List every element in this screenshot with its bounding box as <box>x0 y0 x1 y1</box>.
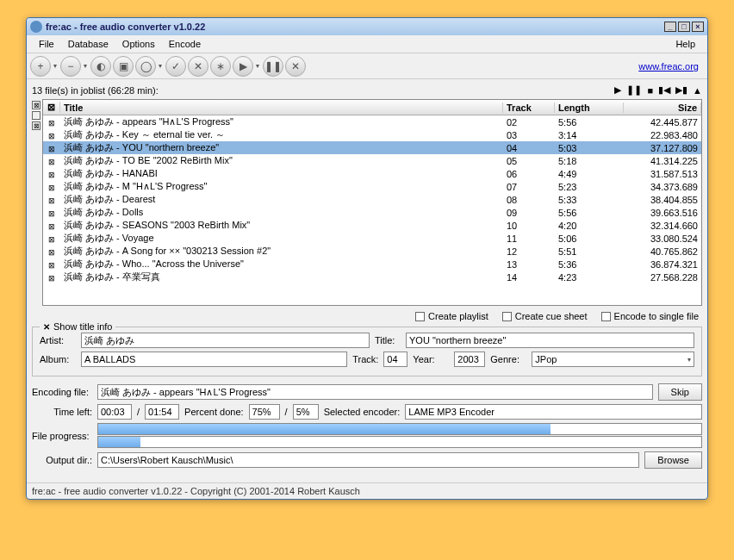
row-title: 浜崎 あゆみ - A Song for ×× "030213 Session #… <box>60 245 503 258</box>
table-row[interactable]: 浜崎 あゆみ - Key ～ eternal tie ver. ～033:142… <box>43 128 701 141</box>
encode-icon[interactable]: ▶ <box>233 56 253 77</box>
row-size: 41.314.225 <box>624 156 701 166</box>
table-row[interactable]: 浜崎 あゆみ - SEASONS "2003 ReBirth Mix"104:2… <box>43 219 701 232</box>
row-checkbox[interactable] <box>43 259 60 270</box>
stop-icon[interactable]: ■ <box>647 85 653 96</box>
row-track: 11 <box>503 233 555 244</box>
album-field[interactable]: A BALLADS <box>81 352 347 367</box>
row-track: 04 <box>503 143 555 153</box>
stop-icon[interactable]: ✕ <box>285 56 306 77</box>
year-field[interactable]: 2003 <box>454 352 485 367</box>
titlebar[interactable]: fre:ac - free audio converter v1.0.22 _ … <box>27 18 707 35</box>
table-row[interactable]: 浜崎 あゆみ - YOU "northern breeze"045:0337.1… <box>43 141 701 154</box>
submit-icon[interactable]: ✓ <box>165 56 186 77</box>
dropdown-arrow-icon[interactable]: ▾ <box>256 62 259 70</box>
row-checkbox[interactable] <box>43 143 60 153</box>
row-track: 06 <box>503 169 555 179</box>
close-button[interactable]: × <box>692 22 704 32</box>
row-length: 5:56 <box>555 208 624 218</box>
table-row[interactable]: 浜崎 あゆみ - Who... "Across the Universe"135… <box>43 258 701 271</box>
row-size: 42.445.877 <box>624 117 701 128</box>
check-all-icon[interactable]: ⊠ <box>32 101 40 109</box>
table-row[interactable]: 浜崎 あゆみ - appears "H∧L'S Progress"025:564… <box>43 115 701 128</box>
time-elapsed: 00:03 <box>97 404 132 420</box>
table-row[interactable]: 浜崎 あゆみ - Dolls095:5639.663.516 <box>43 206 701 219</box>
encode-single-checkbox[interactable]: Encode to single file <box>601 311 699 321</box>
table-row[interactable]: 浜崎 あゆみ - M "H∧L'S Progress"075:2334.373.… <box>43 180 701 193</box>
genre-select[interactable]: JPop▾ <box>532 352 694 367</box>
table-row[interactable]: 浜崎 あゆみ - 卒業写真144:2327.568.228 <box>43 271 701 283</box>
table-row[interactable]: 浜崎 あゆみ - HANABI064:4931.587.513 <box>43 167 701 180</box>
table-row[interactable]: 浜崎 あゆみ - A Song for ×× "030213 Session #… <box>43 245 701 258</box>
output-dir-field[interactable]: C:\Users\Robert Kausch\Music\ <box>97 452 639 468</box>
file-progress-bar <box>97 423 702 435</box>
row-length: 5:33 <box>555 195 624 205</box>
row-checkbox[interactable] <box>43 130 60 140</box>
dropdown-arrow-icon[interactable]: ▾ <box>84 62 87 70</box>
table-row[interactable]: 浜崎 あゆみ - Dearest085:3338.404.855 <box>43 193 701 206</box>
settings-icon[interactable]: ∗ <box>210 56 231 77</box>
table-row[interactable]: 浜崎 あゆみ - TO BE "2002 ReBirth Mix"055:184… <box>43 154 701 167</box>
search-icon[interactable]: ◯ <box>135 56 156 77</box>
artist-field[interactable]: 浜崎 あゆみ <box>81 333 370 348</box>
create-cue-checkbox[interactable]: Create cue sheet <box>502 311 588 321</box>
cd-icon[interactable]: ◐ <box>90 56 111 77</box>
browse-button[interactable]: Browse <box>644 451 702 469</box>
track-field[interactable]: 04 <box>383 352 407 367</box>
minimize-button[interactable]: _ <box>664 22 676 32</box>
check-none-icon[interactable] <box>32 111 40 120</box>
row-checkbox[interactable] <box>43 246 60 257</box>
menu-database[interactable]: Database <box>61 37 115 51</box>
row-title: 浜崎 あゆみ - M "H∧L'S Progress" <box>60 180 503 193</box>
maximize-button[interactable]: □ <box>678 22 690 32</box>
row-checkbox[interactable] <box>43 156 60 166</box>
menu-file[interactable]: File <box>32 37 61 51</box>
col-track[interactable]: Track <box>503 103 555 113</box>
row-size: 27.568.228 <box>624 272 701 283</box>
col-length[interactable]: Length <box>555 103 624 113</box>
col-check[interactable]: ⊠ <box>43 102 60 113</box>
col-title[interactable]: Title <box>60 103 503 113</box>
chevron-down-icon: ▾ <box>687 356 691 364</box>
row-length: 5:18 <box>555 156 624 166</box>
time-total: 01:54 <box>145 404 179 420</box>
row-checkbox[interactable] <box>43 221 60 231</box>
row-checkbox[interactable] <box>43 208 60 218</box>
menu-help[interactable]: Help <box>669 37 702 51</box>
title-field[interactable]: YOU "northern breeze" <box>406 333 694 348</box>
row-track: 05 <box>503 156 555 166</box>
skip-button[interactable]: Skip <box>658 383 702 401</box>
dropdown-arrow-icon[interactable]: ▾ <box>53 62 57 70</box>
row-checkbox[interactable] <box>43 272 60 283</box>
eject-icon[interactable]: ▲ <box>693 85 702 96</box>
next-icon[interactable]: ▶▮ <box>675 84 687 96</box>
row-checkbox[interactable] <box>43 233 60 244</box>
pause-icon[interactable]: ❚❚ <box>263 56 283 77</box>
col-size[interactable]: Size <box>624 103 701 113</box>
pause-icon[interactable]: ❚❚ <box>626 84 642 96</box>
percent-total: 5% <box>293 404 319 420</box>
freac-link[interactable]: www.freac.org <box>638 61 704 72</box>
add-files-icon[interactable]: + <box>30 56 51 77</box>
row-title: 浜崎 あゆみ - Voyage <box>60 232 503 245</box>
row-checkbox[interactable] <box>43 117 60 128</box>
prev-icon[interactable]: ▮◀ <box>658 84 670 96</box>
dropdown-arrow-icon[interactable]: ▾ <box>159 62 162 70</box>
options-icon[interactable]: ✕ <box>188 56 208 77</box>
table-row[interactable]: 浜崎 あゆみ - Voyage115:0633.080.524 <box>43 232 701 245</box>
create-playlist-checkbox[interactable]: Create playlist <box>415 311 488 321</box>
remove-files-icon[interactable]: − <box>60 56 81 77</box>
window-title: fre:ac - free audio converter v1.0.22 <box>46 22 205 32</box>
row-checkbox[interactable] <box>43 182 60 192</box>
play-icon[interactable]: ▶ <box>614 84 621 96</box>
close-icon[interactable]: ✕ <box>43 322 50 332</box>
row-size: 31.587.513 <box>624 169 701 179</box>
menu-options[interactable]: Options <box>115 37 162 51</box>
database-icon[interactable]: ▣ <box>113 56 134 77</box>
menu-encode[interactable]: Encode <box>162 37 208 51</box>
check-toggle-icon[interactable]: ⊠ <box>32 121 40 130</box>
row-size: 40.765.862 <box>624 246 701 257</box>
joblist-table: ⊠ Title Track Length Size 浜崎 あゆみ - appea… <box>42 99 702 306</box>
row-checkbox[interactable] <box>43 195 60 205</box>
row-checkbox[interactable] <box>43 169 60 179</box>
